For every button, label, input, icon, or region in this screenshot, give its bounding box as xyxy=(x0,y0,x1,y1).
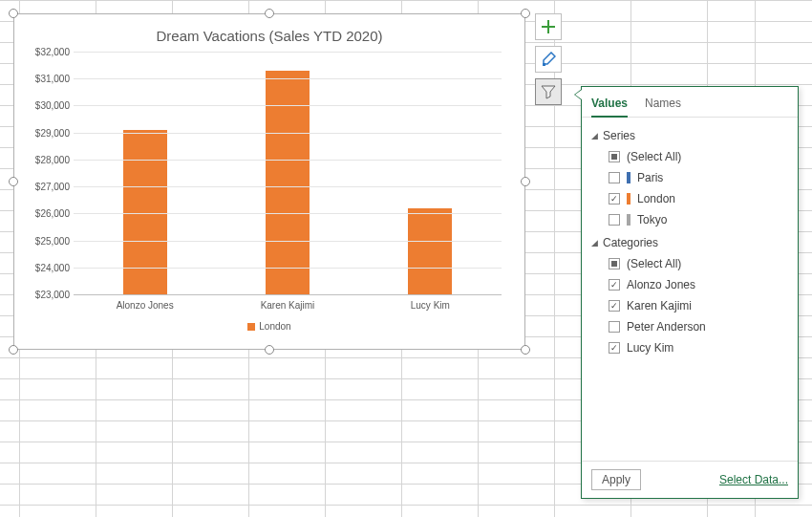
caret-icon: ◢ xyxy=(591,131,598,140)
gridline xyxy=(74,78,502,79)
checkbox-icon xyxy=(609,214,620,226)
resize-handle-se[interactable] xyxy=(521,345,530,355)
panel-pointer-icon xyxy=(574,89,582,100)
gridline xyxy=(74,213,502,214)
y-tick-label: $23,000 xyxy=(26,290,70,300)
gridline xyxy=(74,52,502,53)
resize-handle-e[interactable] xyxy=(521,177,530,186)
resize-handle-nw[interactable] xyxy=(9,9,18,18)
select-all-row[interactable]: (Select All) xyxy=(591,146,788,167)
filter-item-label: Tokyo xyxy=(637,213,667,226)
x-category-label: Lucy Kim xyxy=(411,300,450,311)
gridline xyxy=(74,105,502,106)
filter-item-label: Peter Anderson xyxy=(627,320,706,334)
caret-icon: ◢ xyxy=(591,238,598,248)
filter-item-label: Lucy Kim xyxy=(627,341,673,355)
brush-icon xyxy=(541,52,556,67)
legend-label: London xyxy=(259,321,290,332)
chart-styles-button[interactable] xyxy=(535,46,562,73)
y-tick-label: $27,000 xyxy=(26,182,70,192)
gridline xyxy=(74,241,502,242)
checkbox-icon xyxy=(609,151,620,162)
legend-swatch-icon xyxy=(247,323,255,331)
filter-item-row[interactable]: ✓Lucy Kim xyxy=(591,337,788,358)
y-tick-label: $29,000 xyxy=(26,127,70,138)
filter-group-header[interactable]: ◢Categories xyxy=(591,236,788,249)
filter-item-row[interactable]: Peter Anderson xyxy=(591,316,788,337)
plus-icon xyxy=(541,19,556,34)
select-all-label: (Select All) xyxy=(627,257,681,270)
checkbox-icon xyxy=(609,321,620,333)
select-all-label: (Select All) xyxy=(627,150,681,163)
apply-button[interactable]: Apply xyxy=(591,469,641,490)
bar-group: Karen Kajimi xyxy=(216,52,358,294)
checkbox-icon xyxy=(609,258,620,269)
gridline xyxy=(74,294,502,295)
filter-item-label: London xyxy=(637,192,675,205)
checkbox-icon: ✓ xyxy=(609,279,620,291)
resize-handle-n[interactable] xyxy=(265,9,274,18)
y-tick-label: $26,000 xyxy=(26,208,70,219)
data-bar[interactable] xyxy=(266,71,310,294)
gridline xyxy=(74,186,502,187)
y-tick-label: $25,000 xyxy=(26,235,70,246)
y-tick-label: $24,000 xyxy=(26,262,70,272)
checkbox-icon: ✓ xyxy=(609,342,620,354)
filter-panel-body: ◢Series(Select All)Paris✓LondonTokyo◢Cat… xyxy=(582,118,798,461)
filter-item-row[interactable]: Tokyo xyxy=(591,209,788,230)
select-data-link[interactable]: Select Data... xyxy=(719,473,788,486)
resize-handle-s[interactable] xyxy=(265,345,274,355)
filter-group-title: Series xyxy=(603,129,635,142)
checkbox-icon: ✓ xyxy=(609,193,620,205)
resize-handle-w[interactable] xyxy=(9,177,18,186)
bars-container: Alonzo JonesKaren KajimiLucy Kim xyxy=(74,52,502,294)
y-tick-label: $28,000 xyxy=(26,154,70,164)
svg-rect-0 xyxy=(543,63,545,66)
select-all-row[interactable]: (Select All) xyxy=(591,253,788,274)
tab-names[interactable]: Names xyxy=(645,93,681,117)
filter-item-row[interactable]: ✓Karen Kajimi xyxy=(591,295,788,316)
chart-title[interactable]: Dream Vacations (Sales YTD 2020) xyxy=(14,14,524,48)
checkbox-icon xyxy=(609,172,620,183)
filter-group-title: Categories xyxy=(603,236,658,249)
chart-elements-button[interactable] xyxy=(535,13,562,40)
tab-values[interactable]: Values xyxy=(591,93,628,118)
filter-item-label: Karen Kajimi xyxy=(627,299,692,312)
filter-item-row[interactable]: Paris xyxy=(591,167,788,188)
data-bar[interactable] xyxy=(408,208,452,294)
filter-group-header[interactable]: ◢Series xyxy=(591,129,788,142)
gridline xyxy=(74,268,502,269)
chart-filters-button[interactable] xyxy=(535,78,562,105)
y-tick-label: $32,000 xyxy=(26,47,70,57)
checkbox-icon: ✓ xyxy=(609,300,620,312)
resize-handle-sw[interactable] xyxy=(9,345,18,355)
series-swatch-icon xyxy=(627,193,630,205)
filter-panel-footer: Apply Select Data... xyxy=(582,461,798,498)
data-bar[interactable] xyxy=(123,130,167,294)
series-swatch-icon xyxy=(627,214,630,226)
y-tick-label: $30,000 xyxy=(26,100,70,111)
bar-group: Alonzo Jones xyxy=(74,52,216,294)
chart-filter-panel: Values Names ◢Series(Select All)Paris✓Lo… xyxy=(581,86,799,499)
chart-legend[interactable]: London xyxy=(14,321,524,332)
series-swatch-icon xyxy=(627,172,630,183)
plot-area[interactable]: $32,000$31,000$30,000$29,000$28,000$27,0… xyxy=(74,52,502,294)
filter-tabs: Values Names xyxy=(582,87,798,118)
filter-item-row[interactable]: ✓Alonzo Jones xyxy=(591,274,788,295)
x-category-label: Alonzo Jones xyxy=(117,300,174,311)
gridline xyxy=(74,160,502,161)
gridline xyxy=(74,133,502,134)
funnel-icon xyxy=(541,84,556,99)
x-category-label: Karen Kajimi xyxy=(261,300,315,311)
filter-item-label: Paris xyxy=(637,171,663,184)
y-axis: $32,000$31,000$30,000$29,000$28,000$27,0… xyxy=(26,52,70,294)
filter-item-row[interactable]: ✓London xyxy=(591,188,788,209)
chart-object[interactable]: Dream Vacations (Sales YTD 2020) $32,000… xyxy=(13,13,525,350)
filter-item-label: Alonzo Jones xyxy=(627,278,695,291)
y-tick-label: $31,000 xyxy=(26,74,70,84)
bar-group: Lucy Kim xyxy=(359,52,502,294)
resize-handle-ne[interactable] xyxy=(521,9,530,18)
